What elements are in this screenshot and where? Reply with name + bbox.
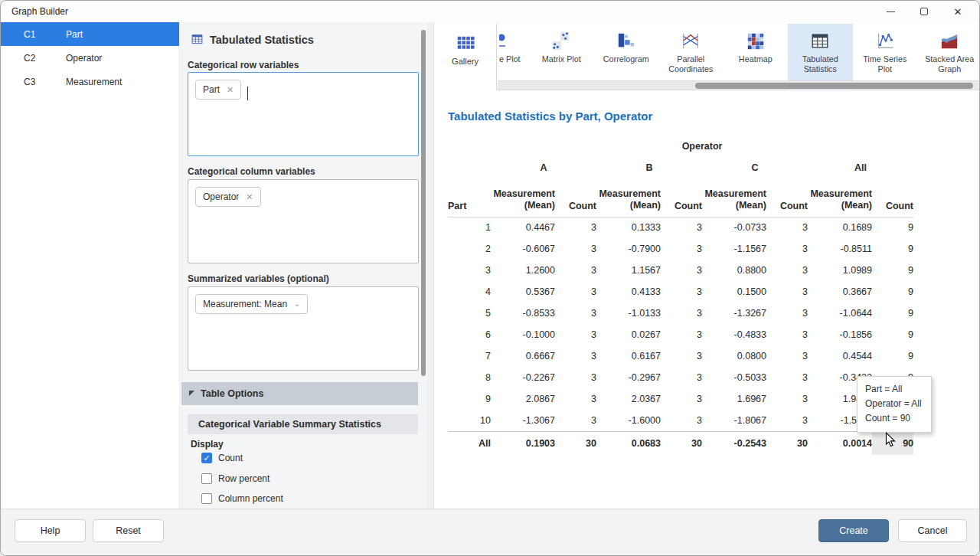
cell-mean[interactable]: -0.5033 (702, 367, 766, 388)
cell-count[interactable]: 30 (555, 431, 596, 455)
cell-mean[interactable]: 0.1689 (808, 217, 872, 238)
cell-mean[interactable]: 0.8800 (702, 260, 766, 281)
checkbox-box[interactable]: ✓ (201, 453, 212, 463)
cell-mean[interactable]: 0.4133 (596, 281, 661, 303)
variable-chip-operator[interactable]: Operator ✕ (195, 187, 261, 207)
cell-count[interactable]: 30 (661, 431, 702, 455)
cell-count[interactable]: 9 (872, 260, 913, 281)
cell-count[interactable]: 3 (766, 217, 808, 238)
cell-count[interactable]: 3 (766, 303, 808, 324)
cell-part[interactable]: 10 (448, 410, 491, 431)
cell-mean[interactable]: -0.1856 (808, 324, 872, 345)
cell-count[interactable]: 9 (872, 238, 913, 260)
sidebar-item-measurement[interactable]: C3 Measurement (1, 70, 179, 93)
cell-mean[interactable]: -0.8533 (491, 303, 555, 324)
cell-count[interactable]: 3 (766, 345, 808, 367)
cell-mean[interactable]: 0.6667 (491, 345, 555, 367)
column-variables-box[interactable]: Operator ✕ (188, 179, 419, 263)
maximize-button[interactable] (907, 1, 941, 22)
cell-mean[interactable]: -0.4833 (702, 324, 766, 345)
reset-button[interactable]: Reset (93, 519, 164, 542)
cell-part[interactable]: 8 (448, 367, 491, 388)
cell-mean[interactable]: -1.0133 (596, 303, 661, 324)
cell-part[interactable]: 6 (448, 324, 491, 345)
cell-mean[interactable]: 0.0800 (702, 345, 766, 367)
cell-mean[interactable]: -0.0733 (702, 217, 766, 238)
cell-part[interactable]: All (448, 431, 491, 455)
checkbox-box[interactable]: ✓ (201, 493, 212, 504)
checkbox-row-percent[interactable]: ✓ Row percent (201, 473, 270, 484)
cell-count[interactable]: 3 (555, 238, 596, 260)
cell-mean[interactable]: -1.1567 (702, 238, 766, 260)
cell-count[interactable]: 3 (661, 345, 702, 367)
cancel-button[interactable]: Cancel (898, 519, 967, 542)
cell-part[interactable]: 9 (448, 388, 491, 410)
cell-count[interactable]: 3 (661, 410, 702, 431)
cell-mean[interactable]: 0.1500 (702, 281, 766, 303)
cell-mean[interactable]: -0.6067 (491, 238, 555, 260)
cell-mean[interactable]: -0.7900 (596, 238, 661, 260)
cell-mean[interactable]: 1.6967 (702, 388, 766, 410)
cell-count[interactable]: 3 (555, 345, 596, 367)
cell-part[interactable]: 5 (448, 303, 491, 324)
cell-mean[interactable]: -1.6000 (596, 410, 661, 431)
cell-part[interactable]: 4 (448, 281, 491, 303)
cell-mean[interactable]: 0.1903 (491, 431, 555, 455)
cell-count[interactable]: 3 (766, 281, 808, 303)
cell-count[interactable]: 3 (555, 303, 596, 324)
remove-icon[interactable]: ✕ (246, 193, 253, 201)
cell-count[interactable]: 3 (555, 324, 596, 345)
table-options-header[interactable]: Table Options (181, 382, 418, 405)
panel-scrollbar[interactable] (421, 30, 426, 376)
cell-count[interactable]: 3 (661, 238, 702, 260)
help-button[interactable]: Help (15, 519, 86, 542)
cell-count[interactable]: 3 (661, 217, 702, 238)
cell-mean[interactable]: 1.2600 (491, 260, 555, 281)
cell-mean[interactable]: -0.2967 (596, 367, 661, 388)
cell-count[interactable]: 3 (766, 388, 808, 410)
remove-icon[interactable]: ✕ (227, 86, 234, 94)
sidebar-item-operator[interactable]: C2 Operator (1, 46, 179, 70)
summarized-variables-box[interactable]: Measurement: Mean ⌄ (188, 286, 419, 371)
gallery-button[interactable]: Gallery (434, 24, 497, 90)
close-button[interactable]: ✕ (941, 1, 975, 22)
cell-part[interactable]: 1 (448, 217, 491, 238)
cell-count[interactable]: 3 (555, 217, 596, 238)
cell-count[interactable]: 9 (872, 281, 913, 303)
cell-count[interactable]: 3 (555, 367, 596, 388)
cell-count[interactable]: 9 (872, 345, 913, 367)
cell-count[interactable]: 3 (766, 260, 808, 281)
cell-mean[interactable]: 0.6167 (596, 345, 661, 367)
cell-count[interactable]: 3 (766, 238, 808, 260)
cell-count[interactable]: 3 (766, 367, 808, 388)
variable-chip-measurement-mean[interactable]: Measurement: Mean ⌄ (195, 294, 308, 314)
cell-count[interactable]: 3 (555, 281, 596, 303)
cell-mean[interactable]: 2.0867 (491, 388, 555, 410)
cell-mean[interactable]: 0.1333 (596, 217, 661, 238)
cell-mean[interactable]: -0.8511 (808, 238, 872, 260)
cell-mean[interactable]: 1.0989 (808, 260, 872, 281)
checkbox-box[interactable]: ✓ (201, 473, 212, 484)
gallery-scrollbar-thumb[interactable] (695, 83, 973, 89)
cell-count[interactable]: 9 (872, 217, 913, 238)
cell-part[interactable]: 2 (448, 238, 491, 260)
cell-mean[interactable]: 0.4467 (491, 217, 555, 238)
checkbox-count[interactable]: ✓ Count (201, 453, 243, 463)
cell-count[interactable]: 3 (555, 388, 596, 410)
cell-count[interactable]: 30 (766, 431, 808, 455)
gallery-scrollbar[interactable] (498, 80, 979, 90)
cell-count[interactable]: 3 (555, 410, 596, 431)
cell-mean[interactable]: -1.8067 (702, 410, 766, 431)
cell-mean[interactable]: 0.0267 (596, 324, 661, 345)
cell-mean[interactable]: -0.1000 (491, 324, 555, 345)
checkbox-column-percent[interactable]: ✓ Column percent (201, 493, 283, 504)
cell-mean[interactable]: 0.0683 (596, 431, 661, 455)
cell-mean[interactable]: -0.2267 (491, 367, 555, 388)
cell-mean[interactable]: 1.1567 (596, 260, 661, 281)
chevron-down-icon[interactable]: ⌄ (294, 300, 300, 308)
cell-count[interactable]: 9 (872, 324, 913, 345)
cell-mean[interactable]: 2.0367 (596, 388, 661, 410)
minimize-button[interactable] (874, 1, 907, 22)
cell-mean[interactable]: -1.0644 (808, 303, 872, 324)
cell-mean[interactable]: -1.3067 (491, 410, 555, 431)
